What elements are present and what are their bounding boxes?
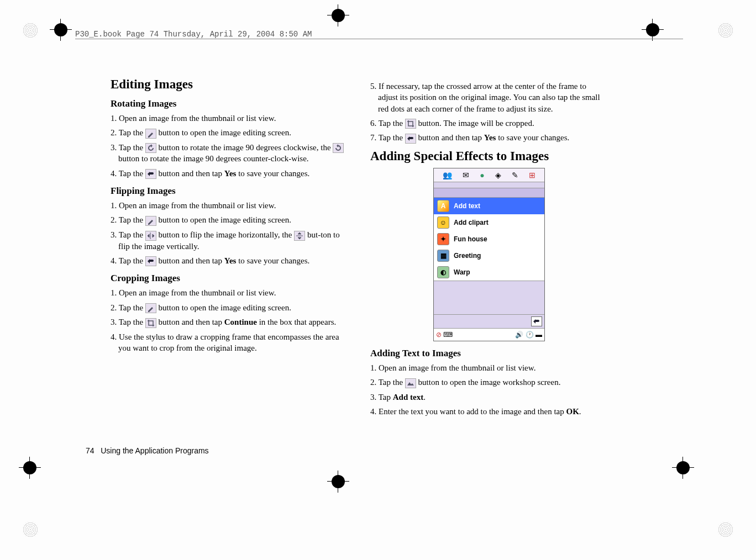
registration-mark-icon — [23, 461, 36, 474]
step: 1. Open an image from the thumbnail or l… — [370, 362, 608, 373]
device-empty-area — [434, 281, 544, 314]
device-screenshot: 👥 ✉ ● ◈ ✎ ⊞ AAdd text ☺Add clipart ✦Fun … — [433, 168, 545, 341]
step: 4. Tap the button and then tap Yes to sa… — [111, 168, 348, 179]
menu-item-warp: ◐Warp — [434, 264, 544, 281]
contacts-icon: 👥 — [443, 171, 452, 179]
undo-icon — [405, 134, 416, 144]
status-right: 🔊 🕐 ▬ — [515, 331, 542, 339]
step: 1. Open an image from the thumbnail or l… — [111, 113, 348, 124]
mail-icon: ✉ — [463, 171, 469, 179]
registration-mark-icon — [646, 23, 659, 36]
undo-icon — [531, 316, 542, 326]
undo-icon — [145, 169, 156, 179]
heading-special-effects: Adding Special Effects to Images — [370, 149, 608, 163]
pdf-header: P30_E.book Page 74 Thursday, April 29, 2… — [75, 30, 312, 39]
heading-flipping: Flipping Images — [111, 186, 348, 197]
flip-vertical-icon — [294, 231, 305, 241]
right-column: 5. If necessary, tap the crossed arrow a… — [370, 77, 608, 420]
step: 2. Tap the button to open the image work… — [370, 377, 608, 388]
step: 2. Tap the button to open the image edit… — [111, 127, 348, 139]
pdf-header-rule — [75, 39, 683, 39]
registration-mark-icon — [332, 9, 345, 22]
rotate-ccw-icon — [333, 143, 344, 153]
step: 7. Tap the button and then tap Yes to sa… — [370, 132, 608, 144]
printer-mark-icon — [22, 22, 39, 39]
undo-icon — [145, 256, 156, 266]
step: 6. Tap the button. The image will be cro… — [370, 118, 608, 129]
warp-icon: ◐ — [437, 266, 449, 278]
step: 4. Use the stylus to draw a cropping fra… — [111, 331, 348, 354]
add-text-icon: A — [437, 200, 449, 212]
step: 3. Tap the button to rotate the image 90… — [111, 142, 348, 165]
page-number: 74 — [86, 446, 95, 455]
device-toolbar: 👥 ✉ ● ◈ ✎ ⊞ — [434, 168, 544, 182]
device-statusbar: ⊘ ⌨ 🔊 🕐 ▬ — [434, 328, 544, 341]
step: 2. Tap the button to open the image edit… — [111, 302, 348, 314]
edit-icon — [145, 129, 156, 139]
workshop-icon — [405, 378, 416, 388]
rotate-cw-icon — [145, 143, 156, 153]
clipart-icon: ☺ — [437, 216, 449, 229]
heading-rotating: Rotating Images — [111, 98, 348, 109]
registration-mark-icon — [332, 475, 345, 488]
step: 3. Tap Add text. — [370, 392, 608, 403]
menu-item-add-clipart: ☺Add clipart — [434, 214, 544, 231]
registration-mark-icon — [676, 461, 690, 474]
device-bottombar — [434, 314, 544, 328]
menu-item-add-text: AAdd text — [434, 198, 544, 214]
status-left: ⊘ ⌨ — [436, 331, 453, 339]
heading-editing-images: Editing Images — [111, 77, 348, 92]
printer-mark-icon — [22, 521, 39, 538]
diamond-icon: ◈ — [495, 171, 501, 179]
section-title: Using the Application Programs — [101, 446, 208, 455]
note-icon: ✎ — [512, 171, 518, 179]
heading-adding-text: Adding Text to Images — [370, 348, 608, 359]
step: 3. Tap the button and then tap Continue … — [111, 316, 348, 328]
menu-item-greeting: ▦Greeting — [434, 247, 544, 264]
crop-icon — [405, 119, 416, 129]
page-body: Editing Images Rotating Images 1. Open a… — [111, 77, 608, 420]
menu-item-fun-house: ✦Fun house — [434, 231, 544, 247]
funhouse-icon: ✦ — [437, 233, 449, 245]
greeting-icon: ▦ — [437, 250, 449, 262]
step: 2. Tap the button to open the image edit… — [111, 214, 348, 226]
edit-icon — [145, 303, 156, 313]
left-column: Editing Images Rotating Images 1. Open a… — [111, 77, 348, 420]
flip-horizontal-icon — [145, 231, 156, 241]
device-subbar — [434, 188, 544, 198]
printer-mark-icon — [717, 521, 734, 538]
globe-icon: ● — [480, 171, 484, 179]
step: 4. Enter the text you want to add to the… — [370, 406, 608, 417]
page-footer: 74 Using the Application Programs — [86, 446, 209, 455]
step: 3. Tap the button to flip the image hori… — [111, 229, 348, 252]
registration-mark-icon — [54, 23, 67, 36]
edit-icon — [145, 216, 156, 226]
device-titlebar — [434, 182, 544, 188]
step: 5. If necessary, tap the crossed arrow a… — [370, 81, 608, 114]
step: 4. Tap the button and then tap Yes to sa… — [111, 255, 348, 267]
step: 1. Open an image from the thumbnail or l… — [111, 287, 348, 298]
step: 1. Open an image from the thumbnail or l… — [111, 200, 348, 211]
crop-icon — [145, 318, 156, 328]
printer-mark-icon — [717, 22, 734, 39]
heading-cropping: Cropping Images — [111, 273, 348, 284]
apps-icon: ⊞ — [529, 171, 536, 179]
